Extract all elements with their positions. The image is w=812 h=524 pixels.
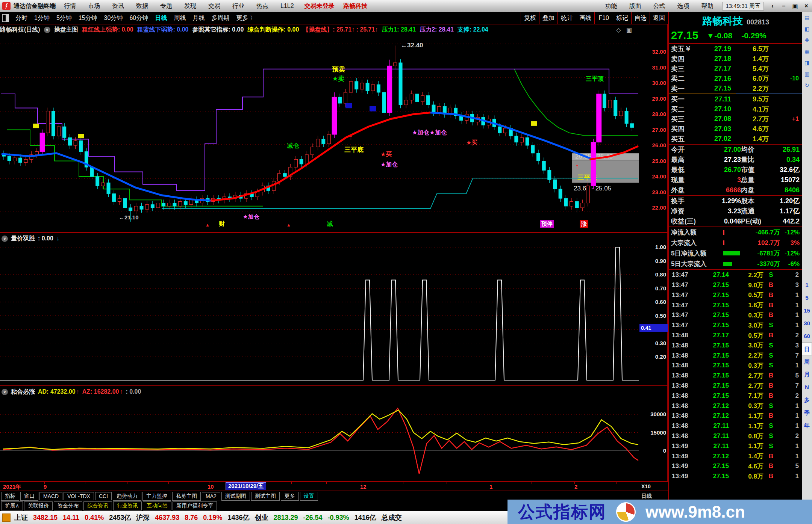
menu-item[interactable]: 热点 xyxy=(250,2,274,10)
menu-item[interactable]: 交易 xyxy=(202,2,226,10)
period-tab[interactable]: 更多 〉 xyxy=(233,14,259,22)
strip-tool-icon[interactable]: ✚ xyxy=(805,35,809,46)
toolbar-button[interactable]: F10 xyxy=(594,12,613,24)
restore-icon[interactable]: ▣ xyxy=(789,3,801,10)
bottom-tab[interactable]: 指标 xyxy=(1,492,19,501)
trans-row[interactable]: 13:4927.150.8万B1 xyxy=(669,471,803,482)
period-tab[interactable]: 月线 xyxy=(189,14,208,22)
trans-row[interactable]: 13:4827.120.3万S1 xyxy=(669,401,803,411)
period-tab[interactable]: 5分钟 xyxy=(53,14,75,22)
period-tab[interactable]: 日线 xyxy=(151,14,170,22)
ask-row[interactable]: 卖一27.152.2万 xyxy=(669,84,803,94)
strip-period-月[interactable]: 月 xyxy=(802,368,812,381)
strip-period-1[interactable]: 1 xyxy=(802,279,812,291)
info-tab[interactable]: 综合资讯 xyxy=(83,501,112,510)
toolbar-button[interactable]: 画线 xyxy=(576,12,594,24)
index-name[interactable]: 上证 xyxy=(14,513,28,522)
bid-row[interactable]: 买五27.021.4万 xyxy=(669,134,803,144)
bottom-tab[interactable]: 更多 xyxy=(281,492,299,501)
period-tab[interactable]: 多周期 xyxy=(208,14,233,22)
menu-item[interactable]: 版面 xyxy=(623,2,647,10)
trans-row[interactable]: 13:4827.152.2万S7 xyxy=(669,350,803,361)
trade-login-status[interactable]: 交易未登录 xyxy=(300,2,339,10)
bottom-tab[interactable]: 窗口 xyxy=(20,492,38,501)
panel3-name[interactable]: 粘合必涨 xyxy=(11,388,35,396)
ask-row[interactable]: 卖三27.175.4万 xyxy=(669,64,803,74)
trans-row[interactable]: 13:4827.157.1万B2 xyxy=(669,391,803,401)
menu-item[interactable]: 专题 xyxy=(154,2,178,10)
collapse-icon[interactable]: ∨ xyxy=(2,236,8,242)
index-name[interactable]: 创业 xyxy=(255,513,268,522)
info-tab[interactable]: 关联报价 xyxy=(24,501,53,510)
period-tab[interactable]: 30分钟 xyxy=(101,14,126,22)
strip-period-60[interactable]: 60 xyxy=(802,330,812,343)
ask-row[interactable]: 卖五￥27.196.5万 xyxy=(669,44,803,54)
diamond-icon[interactable]: ◇ xyxy=(616,27,623,33)
bid-row[interactable]: 买一27.119.5万 xyxy=(669,94,803,104)
trans-row[interactable]: 13:4827.170.5万B2 xyxy=(669,331,803,341)
bottom-tab[interactable]: 测试主图 xyxy=(251,492,280,501)
quote-stock-name[interactable]: 路畅科技 xyxy=(702,14,743,28)
menu-item[interactable]: L1L2 xyxy=(274,3,300,9)
info-tab[interactable]: 行业资讯 xyxy=(113,501,142,510)
menu-item[interactable]: 发现 xyxy=(178,2,202,10)
strip-tool-icon[interactable]: ↻ xyxy=(805,80,809,91)
trans-row[interactable]: 13:4727.153.0万S1 xyxy=(669,320,803,331)
strip-period-15[interactable]: 15 xyxy=(802,304,812,317)
trans-row[interactable]: 13:4827.153.0万S3 xyxy=(669,340,803,350)
info-tab[interactable]: 新用户福利专享 xyxy=(173,501,217,510)
bottom-tab[interactable]: MACD xyxy=(39,492,62,500)
chevron-down-icon[interactable]: ∨ xyxy=(44,27,50,33)
strip-period-30[interactable]: 30 xyxy=(802,317,812,330)
toolbar-button[interactable]: 复权 xyxy=(521,12,539,24)
toolbar-button[interactable]: 统计 xyxy=(557,12,576,24)
strip-period-N[interactable]: N xyxy=(802,381,812,394)
close-icon[interactable]: × xyxy=(801,3,812,9)
strip-tool-icon[interactable]: ◧ xyxy=(804,23,809,35)
timeline-date-highlight[interactable]: 2021/10/29/五 xyxy=(226,482,266,490)
indicator-name[interactable]: 操盘主图 xyxy=(54,26,78,34)
ad-az-indicator-chart[interactable] xyxy=(0,397,639,481)
info-tab[interactable]: 互动问答 xyxy=(143,501,171,510)
info-tab[interactable]: 扩展∧ xyxy=(1,501,23,510)
bottom-tab[interactable]: 趋势动力 xyxy=(113,492,141,501)
menu-item[interactable]: 数据 xyxy=(130,2,154,10)
strip-tool-icon[interactable]: ▦ xyxy=(804,46,809,57)
menu-item[interactable]: 选项 xyxy=(671,2,695,10)
trans-row[interactable]: 13:4927.111.1万S1 xyxy=(669,441,803,451)
ask-row[interactable]: 卖二27.166.0万-10 xyxy=(669,74,803,83)
trans-row[interactable]: 13:4727.150.3万B1 xyxy=(669,310,803,320)
menu-item[interactable]: 市场 xyxy=(82,2,106,10)
period-tab[interactable]: 60分钟 xyxy=(126,14,151,22)
trans-row[interactable]: 13:4827.111.1万S1 xyxy=(669,421,803,431)
split-window-icon[interactable]: ▣ xyxy=(626,27,632,33)
toolbar-button[interactable]: 自选 xyxy=(631,12,650,24)
bottom-tab[interactable]: 测试副图 xyxy=(221,492,250,501)
ask-row[interactable]: 卖四27.181.4万 xyxy=(669,54,803,63)
ad-banner[interactable]: 公式指标网 www.9m8.cn xyxy=(508,500,812,524)
strip-period-日[interactable]: 日 xyxy=(802,343,812,355)
panel2-name[interactable]: 量价双胜 xyxy=(11,235,35,243)
bottom-tab[interactable]: CCI xyxy=(95,492,112,500)
trans-row[interactable]: 13:4827.152.7万B7 xyxy=(669,381,803,391)
strip-tool-icon[interactable]: ◨ xyxy=(804,57,809,68)
trans-row[interactable]: 13:4927.121.4万B1 xyxy=(669,451,803,461)
menu-stock-name[interactable]: 路畅科技 xyxy=(339,2,372,10)
info-tab[interactable]: 资金分布 xyxy=(54,501,82,510)
trans-row[interactable]: 13:4827.152.7万B5 xyxy=(669,371,803,381)
bid-row[interactable]: 买三27.082.7万+1 xyxy=(669,114,803,124)
trans-row[interactable]: 13:4827.150.3万S1 xyxy=(669,361,803,371)
menu-item[interactable]: 行业 xyxy=(226,2,250,10)
period-tab[interactable]: 1分钟 xyxy=(31,14,53,22)
bottom-tab[interactable]: MA2 xyxy=(202,492,220,500)
trans-row[interactable]: 13:4727.150.5万B1 xyxy=(669,290,803,301)
strip-tool-icon[interactable]: ▥ xyxy=(804,68,809,80)
market-status-icon[interactable] xyxy=(2,513,11,522)
strip-period-多[interactable]: 多 xyxy=(802,394,812,406)
trans-row[interactable]: 13:4827.121.1万B1 xyxy=(669,411,803,421)
strip-tool-icon[interactable]: ▤ xyxy=(804,12,809,23)
menu-item[interactable]: 资讯 xyxy=(106,2,130,10)
menu-item[interactable]: 功能 xyxy=(599,2,623,10)
period-tab[interactable]: 分时 xyxy=(12,14,31,22)
toolbar-button[interactable]: 叠加 xyxy=(539,12,557,24)
